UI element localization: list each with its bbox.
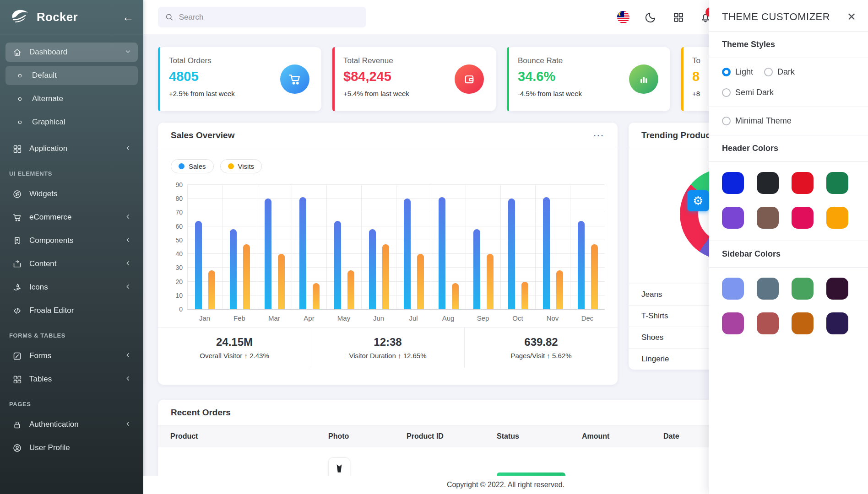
header-color-swatch-3[interactable] [792,172,814,194]
header-color-swatch-5[interactable] [722,207,744,229]
bar-visits-oct [521,282,528,309]
search-input[interactable] [179,13,359,22]
sidebar-colors-heading: Sidebar Colors [709,241,868,267]
close-icon[interactable]: ✕ [847,11,856,22]
search-box [158,7,366,27]
card-accent-bar [681,47,684,111]
table-grid-icon [12,374,22,384]
legend-dot-sales [179,163,184,169]
chart-stats-row: 24.15M Overall Visitor ↑ 2.43% 12:38 Vis… [158,327,618,368]
theme-style-option-minimal[interactable]: Minimal Theme [722,116,792,126]
sidebar-item-graphical[interactable]: Graphical [5,113,138,132]
up-arrow-icon: ↑ [547,352,550,360]
chevron-left-icon [125,236,131,245]
bar-sales-dec [578,221,585,309]
sidebar-item-icons[interactable]: Icons [5,278,138,297]
stat-overall-visitor: 24.15M Overall Visitor ↑ 2.43% [158,328,311,368]
edit-icon [12,351,22,361]
chart-legend: Sales Visits [171,159,605,173]
cart-icon [12,212,22,222]
brand-row: Rocker ← [0,0,143,34]
sidebar-collapse-arrow-icon[interactable]: ← [122,11,134,23]
bar-visits-feb [243,244,250,309]
up-arrow-icon: ↑ [398,352,401,360]
header-color-swatch-7[interactable] [792,207,814,229]
bar-visits-may [347,270,354,309]
sidebar-item-dashboard[interactable]: Dashboard [5,43,138,62]
theme-customizer-gear-button[interactable]: ⚙ [687,190,709,211]
sidebar-item-froala-editor[interactable]: Froala Editor [5,301,138,320]
chevron-left-icon [125,420,131,429]
header-color-swatch-2[interactable] [757,172,779,194]
bar-chart-icon [629,64,658,94]
sidebar-color-swatch-1[interactable] [722,278,744,300]
sidebar-item-alternate[interactable]: Alternate [5,89,138,108]
bar-sales-mar [265,199,271,309]
trending-products-title: Trending Products [641,130,718,140]
user-icon [12,443,22,453]
sidebar-color-swatch-4[interactable] [826,278,848,300]
header-color-swatch-4[interactable] [826,172,848,194]
bar-sales-may [334,221,341,309]
sidebar-color-swatch-3[interactable] [792,278,814,300]
sidebar-color-swatches [709,268,868,346]
bar-visits-jun [382,244,389,309]
section-label-forms-tables: FORMS & TABLES [5,332,138,339]
chevron-left-icon [125,283,131,292]
legend-dot-visits [228,163,234,169]
theme-style-option-light[interactable]: Light [722,67,753,77]
circle-icon [15,117,25,127]
recent-orders-title: Recent Orders [171,408,231,418]
hand-droplet-icon [12,282,22,292]
sidebar-color-swatch-6[interactable] [757,312,779,334]
theme-styles-heading: Theme Styles [709,32,868,58]
card-accent-bar [332,47,335,111]
radio-icon [764,68,773,76]
bar-sales-oct [508,199,515,309]
circle-icon [15,94,25,104]
bar-visits-sep [487,254,494,309]
bar-visits-apr [313,283,320,309]
sidebar: Rocker ← Dashboard Default Alternate [0,0,143,494]
home-icon [12,47,22,57]
sidebar-item-widgets[interactable]: Widgets [5,184,138,204]
sidebar-color-swatch-7[interactable] [792,312,814,334]
sidebar-item-forms[interactable]: Forms [5,346,138,365]
card-menu-dots-icon[interactable]: ⋯ [593,133,605,138]
sidebar-item-user-profile[interactable]: User Profile [5,438,138,457]
sidebar-item-content[interactable]: Content [5,254,138,274]
header-color-swatch-8[interactable] [826,207,848,229]
bar-visits-jul [417,254,424,309]
header-colors-heading: Header Colors [709,135,868,161]
theme-customizer-panel: THEME CUSTOMIZER ✕ Theme Styles Light Da… [709,0,868,494]
sidebar-item-ecommerce[interactable]: eCommerce [5,208,138,227]
bar-visits-mar [278,254,285,309]
theme-style-option-semi-dark[interactable]: Semi Dark [722,88,774,97]
chevron-left-icon [125,213,131,222]
sidebar-color-swatch-8[interactable] [826,312,848,334]
sidebar-item-application[interactable]: Application [5,139,138,158]
sidebar-color-swatch-2[interactable] [757,278,779,300]
code-icon [12,306,22,316]
bar-chart-plot: 0102030405060708090 [187,185,605,310]
header-color-swatch-6[interactable] [757,207,779,229]
language-flag-icon[interactable] [617,11,629,24]
sidebar-item-authentication[interactable]: Authentication [5,415,138,434]
legend-visits[interactable]: Visits [220,159,262,173]
dark-mode-moon-icon[interactable] [644,11,657,24]
legend-sales[interactable]: Sales [171,159,214,173]
bar-visits-jan [208,270,215,309]
sidebar-color-swatch-5[interactable] [722,312,744,334]
export-box-icon [12,259,22,269]
card-accent-bar [158,47,160,111]
bar-visits-nov [556,270,563,309]
theme-style-option-dark[interactable]: Dark [764,67,795,77]
section-label-pages: PAGES [5,401,138,408]
sidebar-item-tables[interactable]: Tables [5,370,138,389]
sidebar-item-default[interactable]: Default [5,66,138,85]
apps-grid-icon[interactable] [672,11,684,24]
header-color-swatch-1[interactable] [722,172,744,194]
sales-overview-card: Sales Overview ⋯ Sales Visits [158,123,618,385]
chevron-left-icon [125,375,131,384]
sidebar-item-components[interactable]: Components [5,231,138,250]
